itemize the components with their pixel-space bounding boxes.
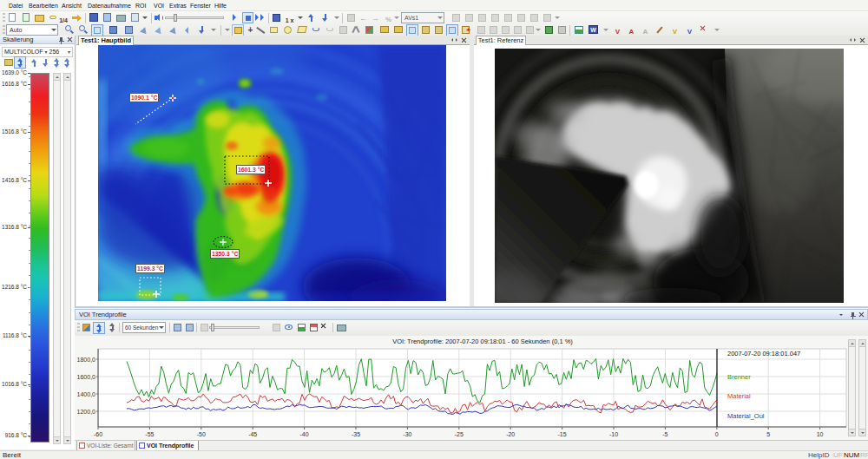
- svg-text:-60: -60: [94, 431, 102, 437]
- svg-text:-50: -50: [197, 431, 206, 437]
- svg-text:-15: -15: [558, 431, 567, 437]
- svg-text:VOI: Trendprofile: 2007-07-20: VOI: Trendprofile: 2007-07-20 09:18:01 -…: [392, 338, 573, 345]
- svg-text:-40: -40: [300, 431, 309, 437]
- svg-text:1200,0: 1200,0: [77, 409, 96, 415]
- svg-text:2007-07-20 09:18:01.047: 2007-07-20 09:18:01.047: [727, 350, 800, 357]
- svg-text:-10: -10: [609, 431, 618, 437]
- svg-text:Brenner: Brenner: [727, 373, 751, 381]
- svg-text:-20: -20: [506, 431, 515, 437]
- svg-text:-55: -55: [145, 431, 154, 437]
- svg-text:5: 5: [766, 431, 770, 437]
- svg-text:Material_Oul: Material_Oul: [727, 412, 765, 420]
- svg-text:-5: -5: [662, 431, 667, 437]
- svg-text:10: 10: [817, 431, 824, 437]
- svg-text:-45: -45: [248, 431, 257, 437]
- svg-text:Material: Material: [727, 392, 751, 400]
- svg-text:1600,0: 1600,0: [77, 374, 96, 380]
- svg-text:-25: -25: [455, 431, 464, 437]
- svg-text:0: 0: [715, 431, 719, 437]
- svg-text:-30: -30: [403, 431, 411, 437]
- svg-text:-35: -35: [352, 431, 360, 437]
- svg-text:1800,0: 1800,0: [77, 357, 96, 363]
- svg-text:1400,0: 1400,0: [77, 391, 96, 397]
